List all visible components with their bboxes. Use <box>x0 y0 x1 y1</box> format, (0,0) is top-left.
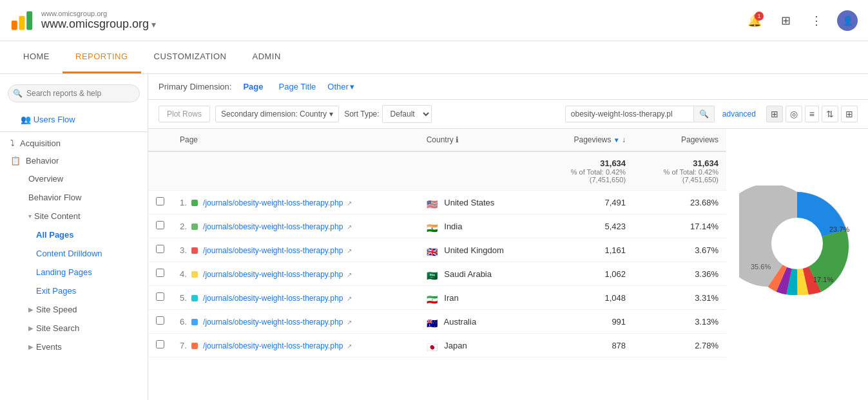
notif-badge: 1 <box>755 12 764 21</box>
row2-pageviews: 5,423 <box>541 214 633 238</box>
row6-checkbox[interactable] <box>148 310 172 334</box>
avatar[interactable]: 👤 <box>837 10 858 31</box>
row3-pageviews: 1,161 <box>541 238 633 262</box>
tab-home[interactable]: HOME <box>10 41 63 73</box>
row2-page-link[interactable]: /journals/obesity-weight-loss-therapy.ph… <box>203 222 343 231</box>
th-pageviews[interactable]: Pageviews ▼ ↓ <box>541 129 633 151</box>
tab-admin[interactable]: ADMIN <box>239 41 293 73</box>
svg-rect-2 <box>26 11 32 30</box>
th-page[interactable]: Page <box>172 129 419 151</box>
row1-pct: 23.68% <box>633 191 726 214</box>
th-pageviews2: Pageviews <box>633 129 726 151</box>
data-table: Page Country ℹ Pageviews ▼ ↓ <box>148 129 726 357</box>
sidebar-item-overview[interactable]: Overview <box>0 169 148 188</box>
sidebar-item-content-drilldown[interactable]: Content Drilldown <box>0 244 148 263</box>
ga-logo <box>10 9 34 32</box>
row6-pageviews: 991 <box>541 310 633 334</box>
row4-color-dot <box>191 271 198 278</box>
secondary-dim-dropdown-icon: ▾ <box>329 110 333 119</box>
row5-checkbox[interactable] <box>148 286 172 310</box>
row6-pct: 3.13% <box>633 310 726 334</box>
table-row: 4. /journals/obesity-weight-loss-therapy… <box>148 262 726 286</box>
row3-num: 3. <box>180 245 187 255</box>
dim-other[interactable]: Other ▾ <box>327 82 354 91</box>
sidebar-item-events[interactable]: ▶ Events <box>0 338 148 356</box>
plot-rows-button[interactable]: Plot Rows <box>159 106 210 122</box>
sidebar-item-site-speed[interactable]: ▶ Site Speed <box>0 300 148 319</box>
row2-page: 2. /journals/obesity-weight-loss-therapy… <box>172 214 419 238</box>
row4-page-link[interactable]: /journals/obesity-weight-loss-therapy.ph… <box>203 270 343 279</box>
row4-checkbox[interactable] <box>148 262 172 286</box>
controls-bar: Plot Rows Secondary dimension: Country ▾… <box>148 100 868 129</box>
pie-label-us: 23.7% <box>829 225 849 233</box>
row7-country: 🇯🇵 Japan <box>419 334 541 357</box>
row7-num: 7. <box>180 341 187 350</box>
main-nav: HOME REPORTING CUSTOMIZATION ADMIN <box>0 41 868 74</box>
circle-view-button[interactable]: ◎ <box>786 106 802 122</box>
total-pageviews-cell: 31,634 % of Total: 0.42% (7,451,650) <box>541 151 633 191</box>
pivot-view-button[interactable]: ⊞ <box>841 106 858 122</box>
row1-pageviews: 7,491 <box>541 191 633 214</box>
sidebar-search-input[interactable] <box>8 84 140 102</box>
more-options-button[interactable]: ⋮ <box>806 10 827 31</box>
site-url-large[interactable]: www.omicsgroup.org ▾ <box>41 17 156 31</box>
sidebar-item-behavior[interactable]: 📋 Behavior <box>0 152 148 169</box>
row7-pageviews: 878 <box>541 334 633 357</box>
total-page-cell <box>172 151 419 191</box>
main-content: Primary Dimension: Page Page Title Other… <box>148 74 868 400</box>
row1-page-link[interactable]: /journals/obesity-weight-loss-therapy.ph… <box>203 198 343 207</box>
th-country[interactable]: Country ℹ <box>419 129 541 151</box>
table-wrap: Page Country ℹ Pageviews ▼ ↓ <box>148 129 868 357</box>
tab-reporting[interactable]: REPORTING <box>63 41 141 73</box>
row3-page-link[interactable]: /journals/obesity-weight-loss-therapy.ph… <box>203 246 343 255</box>
sidebar-item-behavior-flow[interactable]: Behavior Flow <box>0 188 148 207</box>
row7-checkbox[interactable] <box>148 334 172 357</box>
row5-page-link[interactable]: /journals/obesity-weight-loss-therapy.ph… <box>203 294 343 303</box>
tab-customization[interactable]: CUSTOMIZATION <box>141 41 240 73</box>
site-url-small: www.omicsgroup.org <box>41 10 156 17</box>
site-content-expand-icon: ▾ <box>28 213 32 220</box>
total-country-cell <box>419 151 541 191</box>
row5-page: 5. /journals/obesity-weight-loss-therapy… <box>172 286 419 310</box>
sort-type-wrap: Sort Type: Default <box>344 105 431 123</box>
apps-button[interactable]: ⊞ <box>775 10 796 31</box>
row7-flag: 🇯🇵 <box>427 342 438 350</box>
row6-page-link[interactable]: /journals/obesity-weight-loss-therapy.ph… <box>203 318 343 327</box>
advanced-link[interactable]: advanced <box>722 110 756 119</box>
row5-external-icon: ↗ <box>347 295 352 302</box>
row7-page-link[interactable]: /journals/obesity-weight-loss-therapy.ph… <box>203 341 343 350</box>
row6-external-icon: ↗ <box>347 319 352 326</box>
dimension-bar: Primary Dimension: Page Page Title Other… <box>148 74 868 100</box>
acquisition-icon: ⤵ <box>10 138 15 148</box>
app-body: 🔍 👥 Users Flow ⤵ Acquisition 📋 Behavior <box>0 74 868 400</box>
sidebar-item-all-pages[interactable]: All Pages <box>0 225 148 244</box>
row3-checkbox[interactable] <box>148 238 172 262</box>
table-search-input[interactable] <box>565 106 694 122</box>
row2-checkbox[interactable] <box>148 214 172 238</box>
pie-chart: 23.7% 17.1% 35.6% <box>739 186 855 301</box>
secondary-dimension-select[interactable]: Secondary dimension: Country ▾ <box>215 106 339 122</box>
pageviews-sort-arrow: ▼ <box>613 137 620 144</box>
row2-flag: 🇮🇳 <box>427 223 438 231</box>
site-dropdown-arrow[interactable]: ▾ <box>151 19 156 30</box>
sidebar-item-users-flow[interactable]: 👥 Users Flow <box>0 110 148 129</box>
dim-page-title[interactable]: Page Title <box>275 81 320 93</box>
sidebar-item-exit-pages[interactable]: Exit Pages <box>0 281 148 300</box>
sidebar-item-landing-pages[interactable]: Landing Pages <box>0 263 148 281</box>
table-row: 7. /journals/obesity-weight-loss-therapy… <box>148 334 726 357</box>
notifications-button[interactable]: 🔔 1 <box>744 10 765 31</box>
sidebar-item-site-search[interactable]: ▶ Site Search <box>0 319 148 338</box>
data-table-section: Page Country ℹ Pageviews ▼ ↓ <box>148 129 726 357</box>
grid-view-button[interactable]: ⊞ <box>766 106 783 122</box>
sidebar-item-site-content[interactable]: ▾ Site Content <box>0 207 148 225</box>
dimension-label: Primary Dimension: <box>159 82 231 91</box>
compare-view-button[interactable]: ⇅ <box>822 106 838 122</box>
dim-page[interactable]: Page <box>239 81 267 93</box>
row3-external-icon: ↗ <box>347 247 352 254</box>
table-search-button[interactable]: 🔍 <box>694 106 715 122</box>
sort-type-select[interactable]: Default <box>382 105 432 123</box>
list-view-button[interactable]: ≡ <box>805 106 819 122</box>
row1-checkbox[interactable] <box>148 191 172 214</box>
row5-pageviews: 1,048 <box>541 286 633 310</box>
sidebar-item-acquisition[interactable]: ⤵ Acquisition <box>0 135 148 152</box>
